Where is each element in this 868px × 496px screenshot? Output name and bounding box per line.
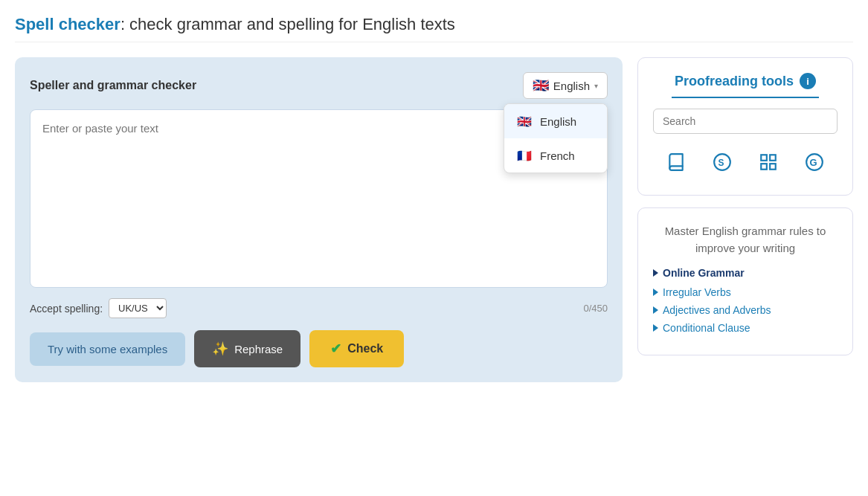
tools-header: Proofreading tools i <box>653 73 838 89</box>
book-icon-button[interactable] <box>661 147 691 177</box>
try-examples-button[interactable]: Try with some examples <box>30 332 185 366</box>
english-label: English <box>540 115 576 128</box>
svg-text:S: S <box>718 158 724 168</box>
svg-text:G: G <box>810 157 817 168</box>
grammar-card: Master English grammar rules to improve … <box>637 207 853 355</box>
chevron-icon-1 <box>653 269 658 277</box>
check-label: Check <box>347 342 383 355</box>
rephrase-icon: ✨ <box>212 341 228 357</box>
check-icon: ✔ <box>330 341 341 357</box>
conjugation-icon-button[interactable] <box>753 147 783 177</box>
grid-icon <box>759 152 778 172</box>
language-menu: 🇬🇧 English 🇫🇷 French <box>504 103 608 173</box>
lang-option-english[interactable]: 🇬🇧 English <box>504 104 607 138</box>
info-badge[interactable]: i <box>800 73 816 89</box>
tool-icons: S G <box>653 144 838 180</box>
svg-rect-5 <box>761 164 767 170</box>
irregular-verbs-label: Irregular Verbs <box>663 286 731 298</box>
panel-header: Speller and grammar checker 🇬🇧 English ▾… <box>30 72 608 99</box>
language-dropdown[interactable]: 🇬🇧 English ▾ <box>523 72 608 99</box>
rephrase-button[interactable]: ✨ Rephrase <box>194 330 300 367</box>
grammar-promo-text: Master English grammar rules to improve … <box>653 223 838 257</box>
main-layout: Speller and grammar checker 🇬🇧 English ▾… <box>15 57 853 382</box>
action-buttons: Try with some examples ✨ Rephrase ✔ Chec… <box>30 330 608 367</box>
online-grammar-link[interactable]: Online Grammar <box>653 267 838 279</box>
bottom-controls: Accept spelling: UK/US UK US 0/450 <box>30 298 608 318</box>
rephrase-label: Rephrase <box>234 343 283 355</box>
selected-flag: 🇬🇧 <box>533 77 549 94</box>
irregular-verbs-link[interactable]: Irregular Verbs <box>653 286 838 298</box>
conditional-clause-label: Conditional Clause <box>663 322 750 334</box>
chevron-icon-3 <box>653 306 658 314</box>
check-button[interactable]: ✔ Check <box>309 330 404 367</box>
accept-spelling-label: Accept spelling: <box>30 303 103 315</box>
spelling-select[interactable]: UK/US UK US <box>109 298 167 318</box>
tools-card: Proofreading tools i S <box>637 57 853 196</box>
adjectives-adverbs-label: Adjectives and Adverbs <box>663 304 771 316</box>
chevron-icon-2 <box>653 289 658 296</box>
french-flag: 🇫🇷 <box>515 146 534 165</box>
lang-option-french[interactable]: 🇫🇷 French <box>504 138 607 173</box>
online-grammar-label: Online Grammar <box>663 267 745 279</box>
panel-title: Speller and grammar checker <box>30 79 196 92</box>
svg-rect-4 <box>770 164 776 170</box>
grammarly-icon-button[interactable]: G <box>800 147 829 177</box>
english-flag: 🇬🇧 <box>515 112 534 131</box>
checker-panel: Speller and grammar checker 🇬🇧 English ▾… <box>15 57 623 382</box>
svg-rect-2 <box>761 155 767 161</box>
adjectives-adverbs-link[interactable]: Adjectives and Adverbs <box>653 304 838 316</box>
tools-title: Proofreading tools <box>675 74 794 89</box>
selected-language: English <box>553 80 590 92</box>
right-panel: Proofreading tools i S <box>637 57 853 355</box>
book-icon <box>666 152 686 172</box>
spelling-control: Accept spelling: UK/US UK US <box>30 298 167 318</box>
svg-rect-3 <box>770 155 776 161</box>
grammar-icon: G <box>805 152 824 172</box>
search-input-wrapper <box>653 109 838 134</box>
chevron-icon-4 <box>653 324 658 332</box>
page-title: Spell checker: check grammar and spellin… <box>15 15 853 42</box>
synonym-icon: S <box>713 152 732 172</box>
dropdown-arrow: ▾ <box>594 82 598 90</box>
french-label: French <box>540 149 575 162</box>
search-input[interactable] <box>663 115 828 127</box>
tools-underline <box>672 97 819 98</box>
conditional-clause-link[interactable]: Conditional Clause <box>653 322 838 334</box>
synonym-icon-button[interactable]: S <box>707 147 737 177</box>
char-count: 0/450 <box>583 303 608 314</box>
